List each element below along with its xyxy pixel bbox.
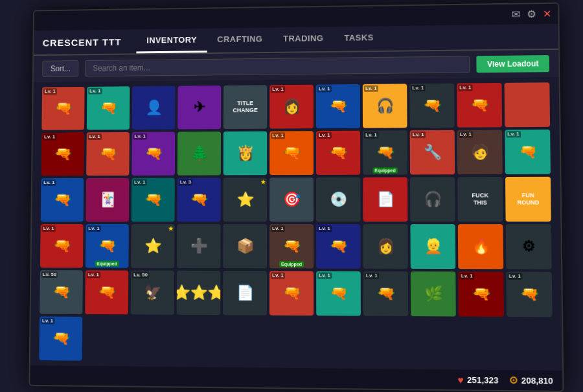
inventory-item[interactable]: TITLE CHANGE <box>223 85 267 129</box>
heart-icon: ♥ <box>458 374 464 386</box>
inventory-item[interactable]: 📄 <box>363 177 407 222</box>
inventory-item[interactable]: ⚙ <box>506 224 552 269</box>
close-icon[interactable]: ✕ <box>543 8 552 20</box>
inventory-item[interactable]: Lv. 1🔫 <box>457 83 502 128</box>
inventory-item[interactable]: 📄 <box>223 271 267 316</box>
coin-icon: ⊙ <box>509 374 518 386</box>
inventory-item[interactable]: Lv. 1🔫 <box>316 131 360 175</box>
inventory-item[interactable]: ⭐⭐⭐ <box>177 271 221 315</box>
inventory-item[interactable]: ⭐★ <box>223 178 268 222</box>
inventory-item[interactable]: 🎯 <box>269 178 314 222</box>
inventory-item[interactable]: 🔥 <box>458 224 503 269</box>
inventory-item[interactable]: 🃏 <box>86 178 130 222</box>
inventory-item[interactable]: Lv. 1🔫 <box>316 271 361 316</box>
inventory-item[interactable]: Lv. 1🔫Equipped <box>363 130 407 174</box>
inventory-item[interactable]: ✈ <box>177 86 221 130</box>
tab-inventory[interactable]: INVENTORY <box>137 29 207 53</box>
search-input[interactable] <box>85 56 470 76</box>
inventory-item[interactable]: Lv. 1🔫 <box>505 130 551 174</box>
inventory-item[interactable]: 👱 <box>410 224 455 269</box>
inventory-item[interactable]: 🌿 <box>411 271 456 317</box>
inventory-item[interactable]: FUCK THIS <box>457 177 503 222</box>
inventory-item[interactable]: Lv. 3🔫 <box>177 178 220 222</box>
game-window: ✉ ⚙ ✕ CRESCENT TTT INVENTORY CRAFTING TR… <box>29 3 564 392</box>
tab-tasks[interactable]: TASKS <box>334 26 384 51</box>
inventory-item[interactable]: FUN ROUND <box>505 177 551 222</box>
inventory-item[interactable]: Lv. 1🔫 <box>86 132 130 176</box>
inventory-item[interactable]: ⭐★ <box>131 224 174 268</box>
game-title: CRESCENT TTT <box>43 30 131 54</box>
sort-button[interactable]: Sort... <box>42 60 78 77</box>
inventory-grid: Lv. 1🔫Lv. 1🔫👤✈TITLE CHANGELv. 1👩Lv. 1🔫Lv… <box>30 77 562 371</box>
inventory-item[interactable]: Lv. 1🔫 <box>316 224 361 269</box>
inventory-item[interactable]: Lv. 1🔫 <box>458 271 504 317</box>
inventory-item[interactable]: 💿 <box>316 178 360 222</box>
tab-crafting[interactable]: CRAFTING <box>207 28 273 53</box>
inventory-item[interactable]: Lv. 1🔫 <box>409 84 454 128</box>
inventory-item[interactable]: Lv. 1🔫 <box>363 271 408 316</box>
hearts-value: 251,323 <box>467 375 499 385</box>
inventory-item[interactable]: 👸 <box>223 132 267 176</box>
inventory-item[interactable]: 👩 <box>363 224 408 269</box>
inventory-item[interactable]: Lv. 1🎧 <box>363 84 407 128</box>
inventory-item[interactable]: Lv. 1🔫 <box>316 84 360 128</box>
inventory-item[interactable]: Lv. 1🔫 <box>131 132 175 175</box>
inventory-item[interactable]: Lv. 1🔫 <box>506 271 552 317</box>
inventory-item[interactable]: Lv. 1🔫 <box>41 178 84 222</box>
inventory-item[interactable]: Lv. 1🔫 <box>40 224 84 268</box>
coins-value: 208,810 <box>521 375 553 386</box>
inventory-item[interactable]: Lv. 1👩 <box>269 85 314 129</box>
inventory-item[interactable]: Lv. 1🔫 <box>87 86 130 130</box>
tab-trading[interactable]: TRADING <box>273 27 334 52</box>
inventory-item[interactable]: Lv. 1🔫 <box>41 87 84 130</box>
mail-icon[interactable]: ✉ <box>512 8 520 21</box>
inventory-item[interactable]: 🌲 <box>177 132 221 176</box>
inventory-item[interactable]: Lv. 50🦅 <box>131 271 174 315</box>
inventory-item[interactable]: Lv. 1🧑 <box>457 130 503 174</box>
inventory-item[interactable]: 📦 <box>223 224 267 268</box>
inventory-item[interactable] <box>505 82 551 127</box>
status-bar: ♥ 251,323 ⊙ 208,810 <box>30 365 562 391</box>
inventory-item[interactable]: Lv. 1🔫 <box>269 271 314 316</box>
inventory-item[interactable]: 👤 <box>132 86 176 130</box>
view-loadout-button[interactable]: View Loadout <box>477 55 550 73</box>
inventory-item[interactable]: Lv. 1🔫 <box>39 316 82 360</box>
inventory-item[interactable]: Lv. 1🔫 <box>269 131 314 175</box>
inventory-item[interactable]: 🎧 <box>410 177 455 222</box>
inventory-item[interactable]: Lv. 1🔫Equipped <box>269 224 314 268</box>
inventory-item[interactable]: Lv. 1🔫 <box>85 270 128 314</box>
inventory-item[interactable]: Lv. 1🔫 <box>41 132 84 176</box>
inventory-item[interactable]: Lv. 1🔫 <box>131 178 175 222</box>
inventory-item[interactable]: Lv. 1🔫Equipped <box>86 224 129 268</box>
inventory-item[interactable]: Lv. 50🔫 <box>40 270 83 314</box>
inventory-item[interactable]: ➕ <box>177 224 220 268</box>
hearts-counter: ♥ 251,323 <box>458 374 499 386</box>
inventory-item[interactable]: Lv. 1🔧 <box>410 130 455 175</box>
settings-icon[interactable]: ⚙ <box>527 8 536 20</box>
coins-counter: ⊙ 208,810 <box>509 374 553 386</box>
